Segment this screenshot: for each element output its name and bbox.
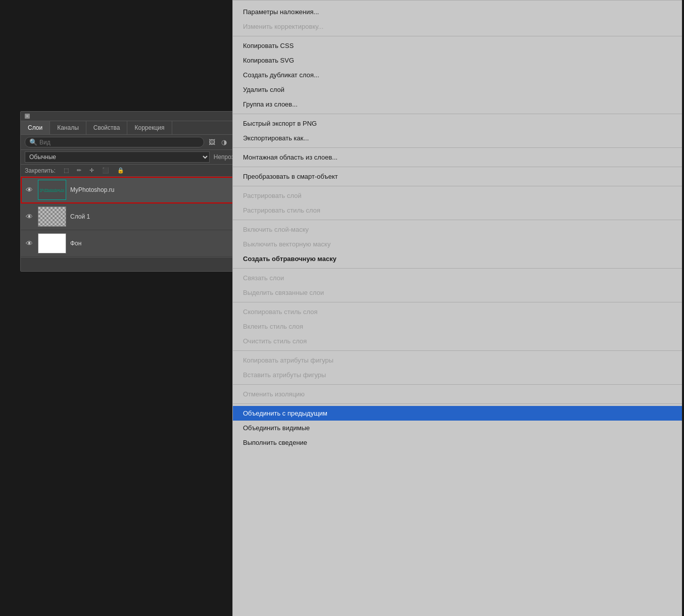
menu-item-enable-layer-mask: Включить слой-маску	[233, 222, 682, 237]
layer-visibility-eye[interactable]: 👁	[25, 186, 34, 194]
lock-move-icon[interactable]: ✛	[87, 166, 96, 175]
menu-item-clear-style: Очистить стиль слоя	[233, 334, 682, 348]
menu-item-edit-adjustment: Изменить корректировку...	[233, 19, 682, 34]
tab-correction[interactable]: Коррекция	[127, 121, 172, 134]
text-layer-preview: MyPhotoshop.ru	[40, 188, 64, 192]
blend-mode-select[interactable]: Обычные	[25, 151, 210, 163]
search-box[interactable]: 🔍	[25, 137, 204, 147]
menu-items-container: Параметры наложения...Изменить корректир…	[233, 5, 682, 450]
layer-item-layer1[interactable]: 👁 Слой 1	[21, 203, 252, 230]
layer-name-myphotoshop: MyPhotoshop.ru	[70, 186, 114, 193]
menu-item-export-as[interactable]: Экспортировать как...	[233, 131, 682, 145]
separator-25	[233, 302, 682, 302]
menu-item-merge-down[interactable]: Объединить с предыдущим	[233, 406, 682, 421]
search-input[interactable]	[39, 139, 200, 146]
menu-item-duplicate-layer[interactable]: Создать дубликат слоя...	[233, 68, 682, 82]
context-menu: Параметры наложения...Изменить корректир…	[232, 0, 682, 616]
layers-panel: × Слои Каналы Свойства Коррекция 🔍 🖼 ◑ T…	[20, 111, 253, 272]
tab-channels[interactable]: Каналы	[50, 121, 86, 134]
menu-item-delete-layer[interactable]: Удалить слой	[233, 82, 682, 97]
panel-tabs: Слои Каналы Свойства Коррекция	[21, 121, 252, 135]
menu-item-blend-options[interactable]: Параметры наложения...	[233, 5, 682, 19]
layer-name-background: Фон	[70, 240, 81, 247]
separator-8	[233, 114, 682, 114]
separator-32	[233, 384, 682, 385]
layer-thumb-white	[38, 233, 66, 253]
close-button[interactable]: ×	[25, 114, 30, 119]
layer-visibility-eye-3[interactable]: 👁	[25, 239, 34, 247]
layer-thumb-text: MyPhotoshop.ru	[38, 180, 66, 200]
tab-layers[interactable]: Слои	[21, 121, 50, 134]
separator-18	[233, 220, 682, 220]
menu-item-cancel-isolation: Отменить изоляцию	[233, 387, 682, 401]
menu-item-create-clipping-mask[interactable]: Создать обтравочную маску	[233, 251, 682, 266]
lock-all-icon[interactable]: 🔒	[115, 166, 126, 175]
layer-name-layer1: Слой 1	[70, 213, 90, 220]
circle-icon[interactable]: ◑	[220, 137, 228, 147]
menu-item-copy-style: Скопировать стиль слоя	[233, 304, 682, 319]
panel-footer: 🔗	[21, 257, 252, 271]
menu-item-merge-visible[interactable]: Объединить видимые	[233, 421, 682, 435]
blend-mode-row: Обычные Непрозр ▾	[21, 150, 252, 165]
lock-label: Закрепить:	[25, 167, 56, 174]
layer-visibility-eye-2[interactable]: 👁	[25, 213, 34, 221]
search-icon: 🔍	[29, 138, 37, 146]
separator-2	[233, 36, 682, 36]
search-toolbar: 🔍 🖼 ◑ T ▾	[21, 135, 252, 150]
menu-item-flatten-image[interactable]: Выполнить сведение	[233, 435, 682, 450]
menu-item-rasterize-style: Растрировать стиль слоя	[233, 203, 682, 218]
tab-properties[interactable]: Свойства	[86, 121, 128, 134]
menu-item-convert-smart[interactable]: Преобразовать в смарт-объект	[233, 169, 682, 184]
menu-item-select-linked: Выделить связанные слои	[233, 285, 682, 300]
menu-item-link-layers: Связать слои	[233, 271, 682, 285]
menu-item-group-from-layers[interactable]: Группа из слоев...	[233, 97, 682, 112]
layer-item-background[interactable]: 👁 Фон	[21, 230, 252, 257]
separator-13	[233, 167, 682, 167]
image-icon[interactable]: 🖼	[207, 137, 217, 147]
menu-item-disable-vector-mask: Выключить векторную маску	[233, 237, 682, 251]
menu-item-quick-export[interactable]: Быстрый экспорт в PNG	[233, 116, 682, 131]
layer-item-myphotoshop[interactable]: 👁 MyPhotoshop.ru MyPhotoshop.ru	[21, 177, 252, 203]
separator-15	[233, 186, 682, 186]
menu-item-copy-shape-attrs: Копировать атрибуты фигуры	[233, 353, 682, 368]
panel-title-bar: ×	[21, 112, 252, 121]
menu-item-copy-svg[interactable]: Копировать SVG	[233, 53, 682, 68]
menu-item-copy-css[interactable]: Копировать CSS	[233, 38, 682, 53]
separator-22	[233, 268, 682, 269]
menu-item-paste-style: Вклеить стиль слоя	[233, 319, 682, 334]
menu-item-rasterize-layer: Растрировать слой	[233, 188, 682, 203]
separator-29	[233, 350, 682, 351]
lock-pixels-icon[interactable]: ⬚	[62, 166, 71, 175]
separator-11	[233, 147, 682, 148]
menu-item-paste-shape-attrs: Вставить атрибуты фигуры	[233, 368, 682, 382]
layer-thumb-checkerboard	[38, 207, 66, 227]
lock-brush-icon[interactable]: ✏	[75, 166, 83, 175]
separator-34	[233, 403, 682, 404]
lock-row: Закрепить: ⬚ ✏ ✛ ⬛ 🔒	[21, 165, 252, 177]
menu-item-artboard-from-layers[interactable]: Монтажная область из слоев...	[233, 150, 682, 165]
lock-artboard-icon[interactable]: ⬛	[100, 166, 111, 175]
